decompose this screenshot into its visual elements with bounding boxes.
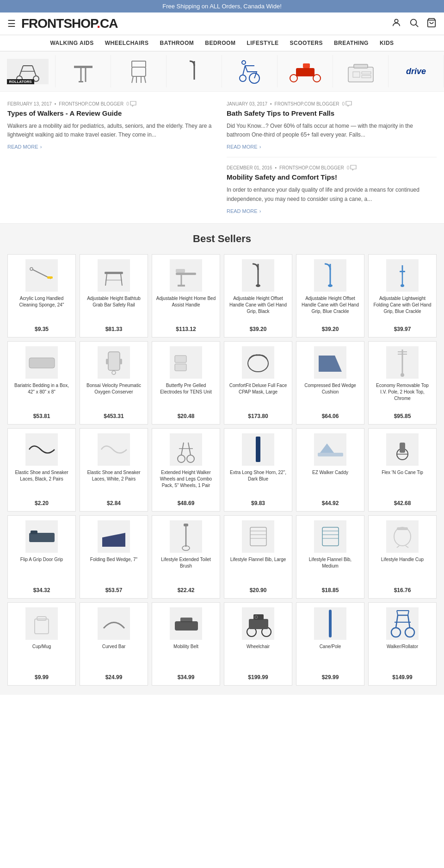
product-card-5[interactable]: Adjustable Lightweight Folding Cane with…	[368, 254, 437, 337]
product-name-21: Lifestyle Flannel Bib, Large	[230, 556, 286, 584]
blog-excerpt-3: In order to enhance your daily quality o…	[227, 186, 437, 203]
svg-point-47	[328, 284, 333, 287]
product-price-8: $20.48	[178, 413, 195, 419]
product-card-9[interactable]: ComfortFit Deluxe Full Face CPAP Mask, L…	[224, 341, 292, 425]
product-card-17[interactable]: Flex 'N Go Cane Tip $42.68	[368, 428, 437, 512]
product-img-21	[242, 520, 274, 553]
nav-lifestyle[interactable]: LIFESTYLE	[247, 40, 278, 46]
read-more-3[interactable]: READ MORE ›	[227, 208, 437, 214]
product-card-11[interactable]: Economy Removable Top I.V. Pole, 2 Hook …	[368, 341, 437, 425]
blog-excerpt-2: Did You Know...? Over 60% of falls occur…	[227, 122, 437, 139]
site-logo[interactable]: FRONTSHOP.CA	[21, 16, 386, 31]
product-card-25[interactable]: Curved Bar $24.99	[80, 602, 148, 686]
nav-bedroom[interactable]: BEDROOM	[205, 40, 235, 46]
blog-divider	[227, 157, 437, 157]
product-name-5: Adjustable Lightweight Folding Cane with…	[372, 295, 432, 323]
product-card-18[interactable]: Flip A Grip Door Grip $34.32	[7, 515, 76, 599]
hamburger-menu[interactable]: ☰	[7, 18, 16, 29]
svg-line-106	[396, 615, 398, 628]
bestsellers-title: Best Sellers	[7, 233, 437, 245]
product-card-16[interactable]: EZ Walker Caddy $44.92	[296, 428, 364, 512]
product-card-12[interactable]: Elastic Shoe and Sneaker Laces, Black, 2…	[7, 428, 76, 512]
drive-logo-text: drive	[406, 67, 426, 76]
brand-scooter[interactable]	[278, 55, 333, 87]
brand-shower-chair[interactable]	[111, 55, 166, 87]
blog-author-3: FRONTSHOP.COM BLOGGER	[279, 165, 344, 170]
product-price-7: $453.31	[104, 413, 123, 419]
product-name-12: Elastic Shoe and Sneaker Laces, Black, 2…	[12, 469, 72, 497]
brand-wheelchair[interactable]	[222, 55, 278, 87]
product-card-19[interactable]: Folding Bed Wedge, 7" $53.57	[80, 515, 148, 599]
svg-point-66	[178, 455, 185, 462]
svg-line-110	[397, 611, 398, 615]
product-card-23[interactable]: Lifestyle Handle Cup $16.76	[368, 515, 437, 599]
read-more-2[interactable]: READ MORE ›	[227, 144, 437, 150]
product-card-2[interactable]: Adjustable Height Home Bed Assist Handle…	[152, 254, 220, 337]
product-img-28	[314, 607, 346, 640]
svg-line-2	[416, 25, 418, 27]
product-name-17: Flex 'N Go Cane Tip	[382, 469, 423, 497]
blog-left: FEBRUARY 13, 2017 • FRONTSHOP.COM BLOGGE…	[7, 101, 217, 214]
nav-walking-aids[interactable]: WALKING AIDS	[50, 40, 93, 46]
product-card-10[interactable]: Compressed Bed Wedge Cushion $64.06	[296, 341, 364, 425]
product-img-23	[386, 520, 419, 553]
product-price-6: $53.81	[33, 413, 50, 419]
product-card-26[interactable]: Mobility Belt $34.99	[152, 602, 220, 686]
svg-rect-30	[348, 67, 373, 82]
brand-drive[interactable]: drive	[388, 55, 444, 87]
svg-point-104	[391, 628, 401, 637]
nav-scooters[interactable]: SCOOTERS	[290, 40, 323, 46]
product-card-15[interactable]: Extra Long Shoe Horn, 22", Dark Blue $9.…	[224, 428, 292, 512]
product-img-26	[170, 607, 202, 640]
brand-rollators[interactable]: ROLLATORS	[0, 55, 56, 87]
product-card-29[interactable]: Walker/Rollator $149.99	[368, 602, 437, 686]
brand-cane[interactable]	[166, 55, 222, 87]
svg-point-54	[112, 371, 116, 375]
logo-dot: .	[97, 16, 100, 31]
product-card-13[interactable]: Elastic Shoe and Sneaker Laces, White, 2…	[80, 428, 148, 512]
svg-rect-56	[120, 359, 122, 364]
blog-right: JANUARY 03, 2017 • FRONTSHOP.COM BLOGGER…	[227, 101, 437, 214]
product-price-23: $16.76	[394, 587, 411, 593]
svg-point-24	[242, 61, 246, 64]
product-card-28[interactable]: Cane/Pole $29.99	[296, 602, 364, 686]
nav-wheelchairs[interactable]: WHEELCHAIRS	[105, 40, 149, 46]
cart-icon[interactable]	[426, 18, 437, 30]
product-card-8[interactable]: Butterfly Pre Gelled Electrodes for TENS…	[152, 341, 220, 425]
brand-kit[interactable]	[333, 55, 388, 87]
nav-breathing[interactable]: BREATHING	[334, 40, 369, 46]
product-price-27: $199.99	[248, 674, 268, 681]
product-name-28: Cane/Pole	[320, 643, 341, 671]
search-icon[interactable]	[409, 18, 419, 30]
product-img-18	[25, 520, 58, 553]
user-icon[interactable]	[391, 18, 401, 30]
nav-kids[interactable]: KIDS	[380, 40, 394, 46]
svg-point-51	[401, 284, 404, 287]
svg-rect-33	[362, 72, 371, 74]
product-card-21[interactable]: Lifestyle Flannel Bib, Large $20.90	[224, 515, 292, 599]
product-card-4[interactable]: Adjustable Height Offset Handle Cane wit…	[296, 254, 364, 337]
product-img-7	[98, 346, 130, 379]
product-card-3[interactable]: Adjustable Height Offset Handle Cane wit…	[224, 254, 292, 337]
product-card-20[interactable]: Lifestyle Extended Toilet Brush $22.42	[152, 515, 220, 599]
product-card-1[interactable]: Adjustable Height Bathtub Grab Bar Safet…	[80, 254, 148, 337]
product-card-0[interactable]: Acrylic Long Handled Cleaning Sponge, 24…	[7, 254, 76, 337]
product-card-14[interactable]: Extended Height Walker Wheels and Legs C…	[152, 428, 220, 512]
product-card-27[interactable]: Wheelchair $199.99	[224, 602, 292, 686]
svg-marker-78	[102, 533, 125, 547]
brand-table[interactable]	[56, 55, 111, 87]
product-card-24[interactable]: Cup/Mug $9.99	[7, 602, 76, 686]
svg-line-6	[19, 66, 23, 76]
comment-count-1: 0	[126, 101, 136, 106]
nav-bathroom[interactable]: BATHROOM	[160, 40, 194, 46]
svg-rect-50	[400, 271, 405, 272]
product-card-22[interactable]: Lifestyle Flannel Bib, Medium $18.85	[296, 515, 364, 599]
blog-post-right-1: JANUARY 03, 2017 • FRONTSHOP.COM BLOGGER…	[227, 101, 437, 150]
product-img-11	[386, 346, 419, 379]
read-more-1[interactable]: READ MORE ›	[7, 144, 217, 150]
product-card-7[interactable]: Bonsai Velocity Pneumatic Oxygen Conserv…	[80, 341, 148, 425]
svg-rect-86	[322, 527, 339, 546]
svg-point-59	[248, 355, 268, 372]
product-name-25: Curved Bar	[102, 643, 126, 671]
product-card-6[interactable]: Bariatric Bedding in a Box, 42" x 80" x …	[7, 341, 76, 425]
